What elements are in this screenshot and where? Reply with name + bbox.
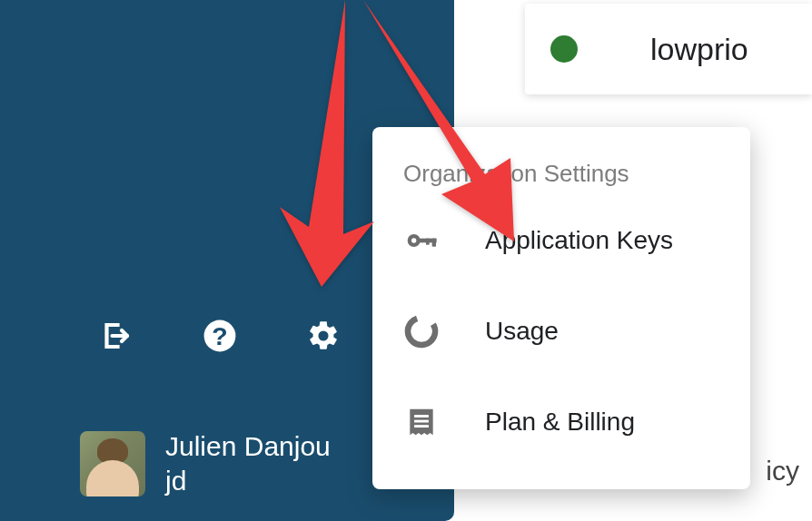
- user-text: Julien Danjou jd: [165, 429, 331, 497]
- user-username: jd: [165, 464, 331, 498]
- logout-icon[interactable]: [98, 318, 134, 354]
- svg-rect-8: [414, 415, 429, 418]
- user-name: Julien Danjou: [165, 429, 331, 464]
- menu-item-label: Usage: [485, 317, 559, 346]
- menu-item-label: Application Keys: [485, 226, 673, 255]
- usage-icon: [403, 313, 440, 349]
- svg-rect-6: [426, 239, 430, 245]
- svg-text:?: ?: [212, 321, 227, 350]
- svg-point-3: [411, 238, 416, 242]
- status-dot-icon: [550, 35, 578, 63]
- sidebar-icon-row: ?: [98, 318, 342, 354]
- svg-rect-9: [414, 420, 429, 423]
- truncated-text: icy: [766, 456, 799, 487]
- status-chip[interactable]: lowprio: [525, 4, 812, 94]
- settings-popup: Organization Settings Application Keys U…: [372, 127, 750, 489]
- avatar: [80, 431, 145, 496]
- help-icon[interactable]: ?: [202, 318, 238, 354]
- user-block[interactable]: Julien Danjou jd: [80, 429, 331, 497]
- svg-rect-5: [432, 239, 436, 247]
- menu-item-usage[interactable]: Usage: [372, 286, 750, 377]
- menu-item-plan-billing[interactable]: Plan & Billing: [372, 377, 750, 467]
- svg-rect-10: [414, 425, 429, 428]
- menu-item-label: Plan & Billing: [485, 408, 635, 437]
- billing-icon: [403, 404, 440, 440]
- menu-item-application-keys[interactable]: Application Keys: [372, 195, 750, 286]
- key-icon: [403, 222, 440, 259]
- status-label: lowprio: [650, 32, 748, 67]
- settings-icon[interactable]: [305, 318, 342, 354]
- svg-point-7: [403, 313, 440, 349]
- popup-header: Organization Settings: [372, 160, 750, 195]
